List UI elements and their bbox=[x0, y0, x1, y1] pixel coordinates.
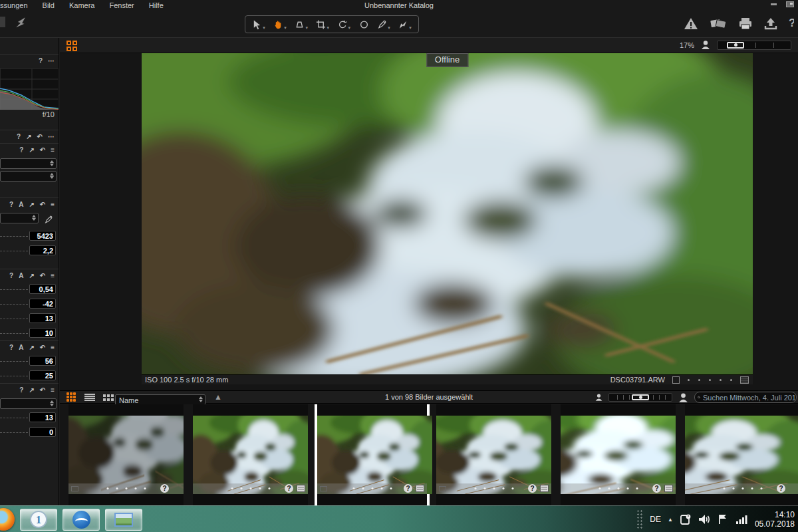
auto-icon[interactable]: A bbox=[19, 201, 23, 208]
copy-icon[interactable]: ↗ bbox=[29, 146, 34, 154]
clarity-method-dropdown[interactable] bbox=[0, 398, 57, 409]
slider-track[interactable] bbox=[0, 376, 28, 376]
reset-icon[interactable]: ↶ bbox=[37, 133, 43, 140]
action-center-flag-icon[interactable] bbox=[718, 514, 729, 525]
menu-icon[interactable]: ≡ bbox=[51, 344, 55, 351]
question-badge[interactable]: ? bbox=[652, 484, 661, 493]
export-icon[interactable] bbox=[764, 17, 777, 30]
help-icon[interactable]: ? bbox=[39, 57, 43, 65]
menu-icon[interactable]: ≡ bbox=[51, 386, 55, 394]
clock[interactable]: 14:10 05.07.2018 bbox=[755, 510, 795, 529]
menu-image[interactable]: Bild bbox=[35, 1, 62, 9]
draw-arrow-tool[interactable]: ▾ bbox=[397, 19, 413, 31]
copy-icon[interactable]: ↗ bbox=[29, 386, 34, 394]
auto-icon[interactable]: A bbox=[19, 272, 23, 279]
menu-adjustments[interactable]: ssungen bbox=[0, 1, 35, 9]
menu-help[interactable]: Hilfe bbox=[142, 1, 171, 9]
metadata-list-icon[interactable] bbox=[297, 485, 305, 492]
metadata-list-icon[interactable] bbox=[416, 485, 424, 492]
reset-icon[interactable]: ↶ bbox=[40, 344, 45, 351]
language-indicator[interactable]: DE bbox=[650, 515, 661, 524]
wb-picker-icon[interactable] bbox=[44, 215, 53, 225]
question-badge[interactable]: ? bbox=[160, 484, 169, 493]
color-tag-icon[interactable] bbox=[672, 376, 680, 384]
warning-icon[interactable] bbox=[684, 17, 698, 30]
apply-arrow-icon[interactable] bbox=[13, 15, 28, 29]
thumb-size-small-icon[interactable] bbox=[595, 393, 603, 402]
menu-icon[interactable]: ≡ bbox=[51, 201, 55, 208]
sort-by-dropdown[interactable]: Name bbox=[115, 394, 205, 405]
slider-thumb[interactable] bbox=[727, 42, 744, 49]
saturation-value[interactable]: 10 bbox=[29, 328, 56, 338]
thumbnail-3-selected[interactable]: ? bbox=[315, 404, 430, 505]
help-icon[interactable]: ? bbox=[9, 201, 13, 208]
presets-dropdown[interactable] bbox=[0, 171, 57, 182]
reset-icon[interactable]: ↶ bbox=[40, 386, 45, 394]
firefox-icon[interactable] bbox=[0, 508, 15, 531]
restore-icon[interactable] bbox=[786, 1, 794, 7]
pan-tool[interactable]: ▾ bbox=[272, 19, 288, 31]
print-icon[interactable] bbox=[738, 17, 753, 30]
question-badge[interactable]: ? bbox=[285, 484, 293, 493]
minimize-icon[interactable] bbox=[771, 3, 777, 5]
slider-track[interactable] bbox=[0, 289, 28, 290]
question-badge[interactable]: ? bbox=[528, 484, 537, 493]
rating-dots[interactable] bbox=[231, 487, 270, 489]
rating-dots[interactable] bbox=[688, 379, 732, 381]
reset-icon[interactable]: ↶ bbox=[40, 272, 45, 279]
more-icon[interactable]: ⋯ bbox=[48, 133, 55, 140]
slider-track[interactable] bbox=[0, 333, 28, 334]
tint-value[interactable]: 2,2 bbox=[29, 245, 56, 255]
filmstrip-view-icon[interactable] bbox=[103, 393, 115, 402]
copy-icon[interactable]: ↗ bbox=[29, 344, 34, 351]
menu-icon[interactable]: ≡ bbox=[51, 272, 55, 279]
search-input[interactable]: Suchen Mittwoch, 4. Juli 201 bbox=[694, 392, 797, 403]
main-photo[interactable] bbox=[142, 53, 753, 374]
slider-track[interactable] bbox=[0, 304, 28, 305]
menu-window[interactable]: Fenster bbox=[102, 1, 141, 9]
thumbnail-6[interactable]: ? bbox=[685, 404, 798, 505]
list-view-icon[interactable] bbox=[84, 393, 95, 402]
search-icon[interactable] bbox=[698, 393, 701, 402]
network-signal-icon[interactable] bbox=[735, 515, 748, 525]
thumbnail-5[interactable]: ? bbox=[561, 404, 676, 505]
capture-one-taskbar-button[interactable]: 1 bbox=[20, 509, 57, 531]
multi-view-icon[interactable] bbox=[66, 41, 77, 51]
grid-view-icon[interactable] bbox=[66, 392, 76, 402]
copy-icon[interactable]: ↗ bbox=[29, 272, 34, 279]
rotate-tool[interactable]: ▾ bbox=[336, 19, 352, 31]
rating-dots[interactable] bbox=[352, 487, 392, 489]
image-viewer-taskbar-button[interactable] bbox=[105, 509, 142, 531]
menu-camera[interactable]: Kamera bbox=[62, 1, 102, 9]
help-icon[interactable]: ? bbox=[9, 344, 13, 351]
exposure-value[interactable]: 0,54 bbox=[29, 284, 56, 294]
taskbar-grip[interactable] bbox=[636, 509, 643, 529]
styles-dropdown[interactable] bbox=[0, 158, 57, 169]
spot-tool[interactable] bbox=[358, 19, 370, 31]
help-icon[interactable]: ? bbox=[9, 272, 13, 279]
more-icon[interactable]: ⋯ bbox=[48, 57, 55, 65]
structure-value[interactable]: 0 bbox=[29, 427, 56, 437]
question-badge[interactable]: ? bbox=[777, 484, 785, 493]
slider-track[interactable] bbox=[0, 251, 28, 251]
clarity-value[interactable]: 13 bbox=[29, 412, 56, 422]
shadow-value[interactable]: 25 bbox=[29, 370, 56, 380]
openoffice-taskbar-button[interactable] bbox=[63, 509, 100, 531]
slider-track[interactable] bbox=[0, 361, 28, 362]
reset-icon[interactable]: ↶ bbox=[40, 201, 45, 208]
rating-dots[interactable] bbox=[598, 487, 638, 489]
copy-icon[interactable]: ↗ bbox=[26, 133, 31, 140]
reset-icon[interactable]: ↶ bbox=[40, 146, 45, 154]
help-icon[interactable]: ? bbox=[19, 146, 23, 154]
sort-direction-icon[interactable]: ▲ bbox=[214, 392, 222, 402]
copy-icon[interactable]: ↗ bbox=[29, 201, 34, 208]
slider-track[interactable] bbox=[0, 432, 28, 433]
auto-icon[interactable]: A bbox=[19, 344, 23, 351]
slider-thumb[interactable] bbox=[632, 394, 649, 400]
kelvin-value[interactable]: 5423 bbox=[29, 231, 56, 241]
contrast-value[interactable]: -42 bbox=[29, 299, 56, 309]
rating-dots[interactable] bbox=[106, 487, 146, 489]
metadata-list-icon[interactable] bbox=[740, 376, 749, 384]
slider-track[interactable] bbox=[0, 418, 28, 418]
menu-icon[interactable]: ≡ bbox=[51, 146, 55, 154]
